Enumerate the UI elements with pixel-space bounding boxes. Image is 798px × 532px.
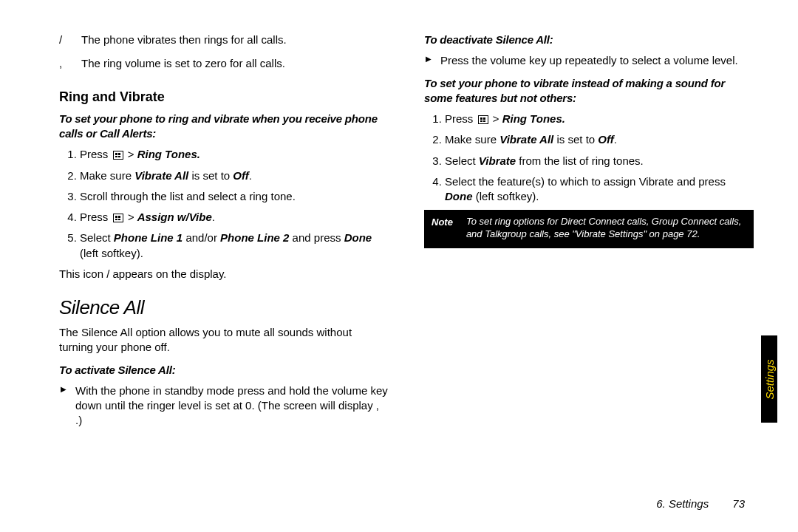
page-footer: 6. Settings 73	[656, 497, 745, 510]
menu-icon	[113, 214, 123, 222]
step-emph: Assign w/Vibe	[137, 211, 212, 223]
sub-heading-ring-vibrate: Ring and Vibrate	[59, 88, 389, 106]
step: Select Vibrate from the list of ring ton…	[445, 154, 754, 168]
step-emph: Vibrate All	[134, 169, 188, 182]
section-body-silence-all: The Silence All option allows you to mut…	[59, 325, 389, 355]
footer-chapter: 6. Settings	[656, 497, 709, 510]
lead-deactivate-silence: To deactivate Silence All:	[424, 33, 754, 47]
step-text: Press	[445, 112, 477, 125]
menu-icon	[113, 151, 123, 160]
steps-ring-vibrate: Press > Ring Tones. Make sure Vibrate Al…	[59, 147, 389, 261]
step-emph: Vibrate All	[499, 133, 553, 146]
symbol-row-1: / The phone vibrates then rings for all …	[59, 33, 389, 47]
step-emph: Phone Line 1	[114, 231, 183, 244]
step-emph: Vibrate	[479, 154, 516, 167]
bullet-list: Press the volume key up repeatedly to se…	[424, 53, 754, 68]
step-text: (left softkey).	[80, 247, 143, 259]
step-text: >	[490, 112, 502, 125]
menu-icon	[478, 115, 488, 124]
after-steps-note: This icon / appears on the display.	[59, 267, 389, 282]
step-text: is set to	[553, 133, 598, 146]
step-text: (left softkey).	[473, 190, 539, 202]
step-text: and/or	[183, 231, 220, 244]
step-text: Make sure	[80, 169, 134, 182]
step: Select the feature(s) to which to assign…	[445, 174, 754, 205]
step-text: Select	[445, 154, 479, 167]
step: Make sure Vibrate All is set to Off.	[445, 132, 754, 147]
side-tab-settings: Settings	[761, 335, 777, 423]
symbol-desc: The phone vibrates then rings for all ca…	[81, 33, 389, 47]
step-text: and press	[289, 231, 344, 244]
lead-ring-vibrate: To set your phone to ring and vibrate wh…	[59, 112, 389, 142]
step-text: >	[125, 211, 137, 223]
step: Press > Ring Tones.	[80, 147, 389, 162]
note-label: Note	[432, 216, 453, 241]
bullet-item: Press the volume key up repeatedly to se…	[440, 53, 754, 68]
step-text: Select	[80, 231, 114, 244]
step-text: Press	[80, 211, 112, 223]
step-text: is set to	[188, 169, 233, 182]
step-text: .	[614, 133, 617, 146]
step: Press > Assign w/Vibe.	[80, 210, 389, 225]
step-text: from the list of ring tones.	[516, 154, 644, 167]
step: Make sure Vibrate All is set to Off.	[80, 168, 389, 183]
step-emph: Done	[445, 190, 473, 202]
symbol: ,	[59, 56, 69, 71]
lead-activate-silence: To activate Silence All:	[59, 363, 389, 378]
note-body: To set ring options for Direct Connect c…	[466, 216, 746, 241]
step-emph: Ring Tones.	[502, 112, 565, 125]
footer-page-number: 73	[732, 497, 745, 510]
step: Scroll through the list and select a rin…	[80, 189, 389, 204]
step-text: >	[125, 148, 137, 160]
step-emph: Phone Line 2	[220, 231, 289, 244]
step-emph: Done	[344, 231, 372, 244]
step-text: .	[212, 211, 215, 223]
step-emph: Off	[233, 169, 248, 182]
step-emph: Ring Tones.	[137, 148, 200, 160]
lead-vibrate-some: To set your phone to vibrate instead of …	[424, 76, 754, 106]
step: Press > Ring Tones.	[445, 112, 754, 126]
symbol-desc: The ring volume is set to zero for all c…	[81, 56, 389, 71]
side-tab-label: Settings	[763, 359, 776, 399]
bullet-item: With the phone in standby mode press and…	[75, 383, 389, 429]
section-title-silence-all: Silence All	[59, 295, 389, 321]
step-text: Make sure	[445, 133, 499, 146]
note-box: Note To set ring options for Direct Conn…	[424, 210, 754, 248]
bullet-list: With the phone in standby mode press and…	[59, 383, 389, 429]
manual-page: / The phone vibrates then rings for all …	[0, 0, 798, 473]
symbol: /	[59, 33, 69, 47]
step-text: Press	[80, 148, 112, 160]
step-text: .	[249, 169, 252, 182]
symbol-row-2: , The ring volume is set to zero for all…	[59, 56, 389, 71]
step: Select Phone Line 1 and/or Phone Line 2 …	[80, 231, 389, 261]
steps-vibrate-some: Press > Ring Tones. Make sure Vibrate Al…	[424, 112, 754, 204]
step-text: Select the feature(s) to which to assign…	[445, 175, 726, 188]
step-emph: Off	[598, 133, 613, 146]
